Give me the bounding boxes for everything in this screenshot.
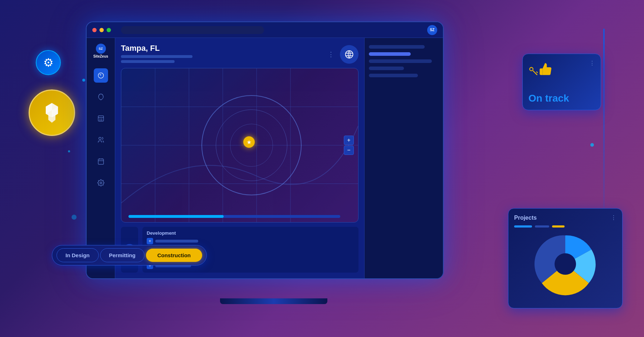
app-area: SZ SiteZeus	[87, 38, 443, 278]
deco-dot-5	[72, 215, 77, 220]
right-panel	[364, 38, 443, 278]
svg-line-28	[535, 73, 537, 75]
laptop-screen-outer: SZ SZ SiteZeus	[86, 21, 444, 279]
honeycomb-float-circle	[29, 89, 75, 136]
main-content: Tampa, FL ⋮	[115, 38, 364, 278]
main-header: Tampa, FL ⋮	[121, 44, 358, 64]
gauge-icon	[97, 72, 104, 79]
dev-row-1: +	[147, 238, 354, 244]
stage-item-in-design[interactable]: In Design	[57, 248, 99, 262]
thumbs-up-icon	[528, 60, 553, 79]
header-left: Tampa, FL	[121, 44, 192, 63]
projects-legend	[514, 225, 616, 228]
sub-line-2	[121, 60, 175, 63]
svg-point-15	[346, 51, 353, 58]
right-menu-item-4[interactable]	[369, 67, 404, 70]
projects-title: Projects	[514, 215, 537, 221]
on-track-dots[interactable]: ⋮	[589, 60, 595, 79]
header-three-dots[interactable]: ⋮	[328, 50, 334, 58]
browser-bar: SZ	[87, 22, 443, 38]
honeycomb-icon	[39, 100, 64, 125]
settings-icon	[97, 179, 104, 186]
svg-point-26	[530, 68, 533, 71]
map-pin: ★	[243, 136, 255, 148]
legend-bar-dark	[535, 225, 549, 228]
sub-line-1	[121, 55, 192, 58]
users-icon	[97, 136, 104, 143]
svg-point-9	[99, 137, 101, 140]
projects-dots[interactable]: ⋮	[611, 214, 616, 221]
on-track-top: ⋮	[528, 60, 595, 79]
sidebar-item-building[interactable]	[94, 111, 108, 126]
deco-dot-3	[590, 143, 594, 147]
gear-float-circle: ⚙	[36, 50, 61, 75]
stage-item-permitting[interactable]: Permitting	[100, 248, 145, 262]
traffic-dot-yellow	[99, 28, 104, 32]
sz-logo-icon: SZ	[96, 44, 106, 54]
sidebar: SZ SiteZeus	[87, 38, 115, 278]
map-pin-star: ★	[247, 139, 252, 146]
right-menu-item-1[interactable]	[369, 45, 425, 49]
building-icon	[97, 115, 104, 122]
header-right: ⋮	[328, 45, 358, 64]
dev-title: Development	[147, 230, 354, 236]
map-area: ★ + −	[121, 68, 358, 223]
dev-bar-1	[155, 240, 198, 243]
projects-header: Projects ⋮	[514, 214, 616, 221]
pie-chart	[533, 232, 597, 296]
map-zoom: + −	[344, 136, 354, 155]
sz-logo-text: SiteZeus	[93, 54, 108, 58]
dev-plus-1[interactable]: +	[147, 238, 153, 244]
traffic-dot-green	[107, 28, 111, 32]
right-menu-item-5[interactable]	[369, 74, 418, 77]
stage-item-construction[interactable]: Construction	[146, 249, 202, 262]
sidebar-logo: SZ SiteZeus	[91, 44, 111, 58]
gear-icon: ⚙	[43, 56, 54, 69]
projects-card: Projects ⋮	[508, 208, 623, 308]
svg-line-29	[536, 72, 538, 73]
svg-point-14	[100, 182, 102, 184]
svg-point-30	[555, 253, 576, 275]
svg-rect-10	[98, 159, 103, 164]
map-progress-bar	[128, 215, 340, 218]
sidebar-item-calendar[interactable]	[94, 154, 108, 168]
browser-url-bar[interactable]	[121, 26, 264, 34]
sidebar-item-settings[interactable]	[94, 176, 108, 190]
location-title: Tampa, FL	[121, 44, 192, 53]
sidebar-item-users[interactable]	[94, 133, 108, 147]
legend-bar-yellow	[552, 225, 565, 228]
zoom-minus-button[interactable]: −	[344, 146, 354, 155]
on-track-text: On track	[528, 93, 569, 104]
map-progress-fill	[128, 215, 224, 218]
header-sub-lines	[121, 55, 192, 63]
legend-bar-blue	[514, 225, 532, 228]
deco-dot-2	[68, 150, 70, 152]
zoom-plus-button[interactable]: +	[344, 136, 354, 145]
traffic-dot-red	[92, 28, 97, 32]
right-menu-item-2[interactable]	[369, 52, 411, 56]
right-menu-item-3[interactable]	[369, 59, 432, 63]
sidebar-item-dashboard[interactable]	[94, 68, 108, 83]
laptop-base	[220, 298, 327, 304]
sidebar-item-leaf[interactable]	[94, 90, 108, 104]
on-track-card: ⋮ On track	[522, 54, 601, 110]
right-menu-lines	[369, 45, 439, 77]
leaf-icon	[97, 93, 104, 101]
pie-chart-wrap	[514, 232, 616, 296]
deco-dot-1	[82, 79, 85, 82]
browser-favicon: SZ	[427, 25, 437, 35]
svg-rect-5	[98, 116, 103, 121]
globe-icon-wrap	[340, 45, 358, 64]
calendar-icon	[97, 158, 104, 165]
globe-icon	[344, 49, 354, 59]
stage-breadcrumb: In Design Permitting Construction	[52, 245, 207, 265]
